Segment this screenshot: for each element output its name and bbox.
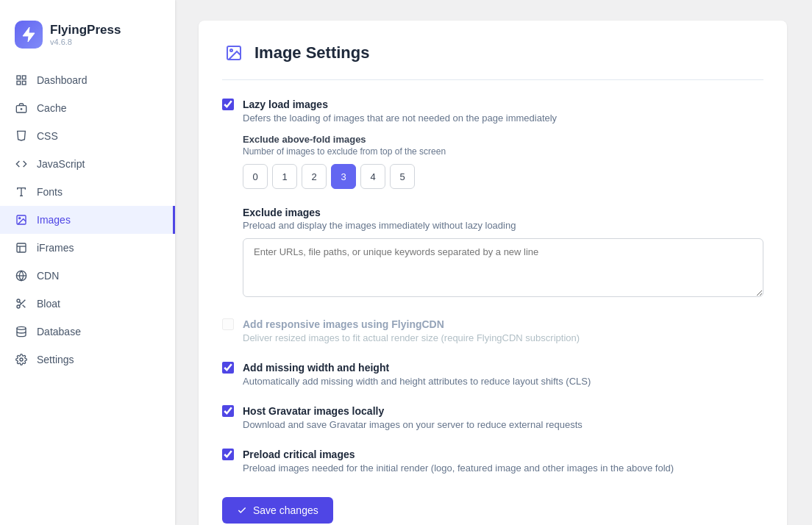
exclude-images-desc: Preload and display the images immediate… xyxy=(243,220,516,231)
width-height-label[interactable]: Add missing width and height xyxy=(243,362,389,374)
svg-line-17 xyxy=(23,305,26,308)
num-btn-5[interactable]: 5 xyxy=(390,164,415,189)
svg-rect-0 xyxy=(17,76,21,79)
width-height-checkbox-wrapper[interactable] xyxy=(222,362,234,376)
font-icon xyxy=(15,185,28,199)
sidebar-item-cache[interactable]: Cache xyxy=(0,94,175,122)
lazy-load-section: Lazy load images Defers the loading of i… xyxy=(222,98,763,189)
exclude-above-fold-desc: Number of images to exclude from top of … xyxy=(243,146,763,157)
svg-rect-11 xyxy=(17,243,26,252)
gravatar-checkbox-wrapper[interactable] xyxy=(222,405,234,420)
logo: FlyingPress v4.6.8 xyxy=(0,15,175,66)
exclude-images-textarea[interactable] xyxy=(243,238,763,297)
responsive-text: Add responsive images using FlyingCDN De… xyxy=(243,318,580,343)
sidebar-item-css[interactable]: CSS xyxy=(0,122,175,150)
sidebar-item-label: Settings xyxy=(37,354,74,365)
css-icon xyxy=(15,129,28,143)
exclude-above-fold-label: Exclude above-fold images xyxy=(243,134,763,145)
sidebar-item-label: Cache xyxy=(37,102,66,114)
svg-point-20 xyxy=(20,358,23,361)
svg-rect-1 xyxy=(22,76,26,79)
sidebar-item-label: Images xyxy=(37,214,71,226)
responsive-checkbox[interactable] xyxy=(222,318,234,330)
svg-line-18 xyxy=(19,301,21,304)
page-header: Image Settings xyxy=(222,41,763,80)
sidebar-item-label: JavaScript xyxy=(37,158,85,170)
sidebar-item-label: CSS xyxy=(37,130,58,142)
gravatar-text: Host Gravatar images locally Download an… xyxy=(243,404,583,430)
width-height-checkbox[interactable] xyxy=(222,362,234,374)
cache-icon xyxy=(15,101,28,115)
num-btn-2[interactable]: 2 xyxy=(302,164,327,189)
app-name: FlyingPress xyxy=(50,23,121,38)
svg-point-14 xyxy=(17,299,20,302)
logo-icon xyxy=(15,21,43,49)
main-content: Image Settings Lazy load images Defers t… xyxy=(175,0,812,525)
responsive-label: Add responsive images using FlyingCDN xyxy=(243,318,444,330)
lazy-load-label[interactable]: Lazy load images xyxy=(243,99,328,110)
content-card: Image Settings Lazy load images Defers t… xyxy=(199,21,787,525)
sidebar-item-fonts[interactable]: Fonts xyxy=(0,178,175,206)
width-height-header: Add missing width and height Automatical… xyxy=(222,361,763,387)
responsive-checkbox-wrapper[interactable] xyxy=(222,318,234,333)
sidebar-item-database[interactable]: Database xyxy=(0,318,175,346)
sidebar-item-bloat[interactable]: Bloat xyxy=(0,290,175,318)
svg-rect-2 xyxy=(17,81,21,85)
exclude-images-label: Exclude images xyxy=(243,207,516,218)
checkmark-icon xyxy=(237,505,247,515)
grid-icon xyxy=(15,74,28,87)
sidebar-item-images[interactable]: Images xyxy=(0,206,175,234)
responsive-desc: Deliver resized images to fit actual ren… xyxy=(243,332,580,343)
gravatar-section: Host Gravatar images locally Download an… xyxy=(222,404,763,430)
num-btn-1[interactable]: 1 xyxy=(272,164,297,189)
svg-point-19 xyxy=(17,326,26,329)
exclude-above-fold-section: Exclude above-fold images Number of imag… xyxy=(243,134,763,189)
sidebar: FlyingPress v4.6.8 Dashboard Cache CSS J… xyxy=(0,0,175,525)
responsive-images-header: Add responsive images using FlyingCDN De… xyxy=(222,318,763,343)
sidebar-item-dashboard[interactable]: Dashboard xyxy=(0,66,175,94)
gravatar-checkbox[interactable] xyxy=(222,405,234,417)
svg-rect-3 xyxy=(22,81,26,85)
responsive-images-section: Add responsive images using FlyingCDN De… xyxy=(222,318,763,343)
lazy-load-checkbox[interactable] xyxy=(222,99,234,110)
iframes-icon xyxy=(15,241,28,254)
sidebar-item-label: Database xyxy=(37,326,81,338)
preload-checkbox[interactable] xyxy=(222,449,234,460)
preload-section: Preload critical images Preload images n… xyxy=(222,448,763,474)
sidebar-item-javascript[interactable]: JavaScript xyxy=(0,150,175,178)
svg-point-22 xyxy=(230,49,232,51)
num-btn-0[interactable]: 0 xyxy=(243,164,268,189)
gravatar-label[interactable]: Host Gravatar images locally xyxy=(243,405,384,417)
save-button[interactable]: Save changes xyxy=(222,497,333,524)
preload-checkbox-wrapper[interactable] xyxy=(222,449,234,463)
gravatar-header: Host Gravatar images locally Download an… xyxy=(222,404,763,430)
page-header-icon xyxy=(222,41,246,65)
exclude-images-header: Exclude images Preload and display the i… xyxy=(222,207,763,231)
scissors-icon xyxy=(15,297,28,310)
num-btn-3[interactable]: 3 xyxy=(331,164,356,189)
sidebar-item-label: Fonts xyxy=(37,186,63,198)
sidebar-item-cdn[interactable]: CDN xyxy=(0,262,175,290)
image-icon xyxy=(15,213,28,226)
preload-header: Preload critical images Preload images n… xyxy=(222,448,763,474)
sidebar-item-label: Bloat xyxy=(37,298,60,310)
width-height-text: Add missing width and height Automatical… xyxy=(243,361,591,387)
number-picker: 0 1 2 3 4 5 xyxy=(243,164,763,189)
sidebar-item-iframes[interactable]: iFrames xyxy=(0,234,175,262)
preload-text: Preload critical images Preload images n… xyxy=(243,448,674,474)
logo-text: FlyingPress v4.6.8 xyxy=(50,23,121,46)
gravatar-desc: Download and save Gravatar images on you… xyxy=(243,419,583,430)
gear-icon xyxy=(15,353,28,366)
page-title: Image Settings xyxy=(254,43,369,63)
sidebar-item-settings[interactable]: Settings xyxy=(0,346,175,374)
exclude-images-text: Exclude images Preload and display the i… xyxy=(243,207,516,231)
lazy-load-checkbox-wrapper[interactable] xyxy=(222,99,234,113)
exclude-images-textarea-wrapper xyxy=(243,238,763,300)
svg-point-15 xyxy=(17,305,20,308)
num-btn-4[interactable]: 4 xyxy=(360,164,385,189)
database-icon xyxy=(15,325,28,338)
sidebar-item-label: CDN xyxy=(37,270,59,282)
lazy-load-text: Lazy load images Defers the loading of i… xyxy=(243,98,557,124)
svg-point-10 xyxy=(19,218,21,219)
preload-label[interactable]: Preload critical images xyxy=(243,449,355,460)
